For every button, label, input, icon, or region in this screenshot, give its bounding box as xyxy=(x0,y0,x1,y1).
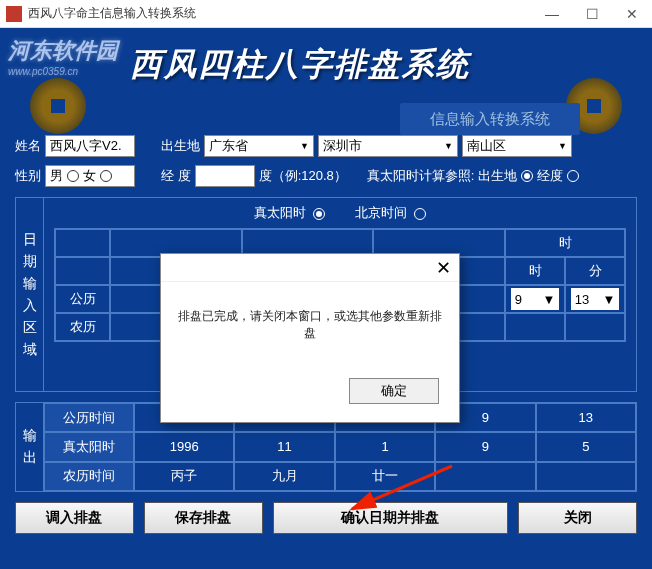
birthplace-label: 出生地 xyxy=(161,137,200,155)
maximize-button[interactable]: ☐ xyxy=(572,0,612,28)
city-select[interactable]: 深圳市▼ xyxy=(318,135,458,157)
save-chart-button[interactable]: 保存排盘 xyxy=(144,502,263,534)
longitude-label: 经 度 xyxy=(161,167,191,185)
true-solar-radio[interactable] xyxy=(313,208,325,220)
confirm-date-button[interactable]: 确认日期并排盘 xyxy=(273,502,509,534)
chevron-down-icon: ▼ xyxy=(444,141,453,151)
page-title: 西风四柱八字排盘系统 xyxy=(130,43,470,87)
dialog-close-icon[interactable]: ✕ xyxy=(436,257,451,279)
close-button[interactable]: 关闭 xyxy=(518,502,637,534)
name-label: 姓名 xyxy=(15,137,41,155)
gender-label: 性别 xyxy=(15,167,41,185)
date-input-area-label: 日期输入区域 xyxy=(16,198,44,391)
coin-decoration-left xyxy=(30,78,86,134)
gender-male-radio[interactable] xyxy=(67,170,79,182)
message-dialog: ✕ 排盘已完成，请关闭本窗口，或选其他参数重新排盘 确定 xyxy=(160,253,460,423)
ref-birthplace-radio[interactable] xyxy=(521,170,533,182)
beijing-time-radio[interactable] xyxy=(414,208,426,220)
chevron-down-icon: ▼ xyxy=(558,141,567,151)
ref-longitude-radio[interactable] xyxy=(567,170,579,182)
info-input-system-button[interactable]: 信息输入转换系统 xyxy=(400,103,580,135)
load-chart-button[interactable]: 调入排盘 xyxy=(15,502,134,534)
app-icon xyxy=(6,6,22,22)
minute-select[interactable]: 13▼ xyxy=(571,288,620,310)
dialog-ok-button[interactable]: 确定 xyxy=(349,378,439,404)
gender-female-radio[interactable] xyxy=(100,170,112,182)
suntime-ref-label: 真太阳时计算参照: xyxy=(367,167,475,185)
window-title: 西风八字命主信息输入转换系统 xyxy=(28,5,532,22)
output-label: 输出 xyxy=(16,403,44,491)
dialog-message: 排盘已完成，请关闭本窗口，或选其他参数重新排盘 xyxy=(161,282,459,368)
minimize-button[interactable]: — xyxy=(532,0,572,28)
district-select[interactable]: 南山区▼ xyxy=(462,135,572,157)
close-window-button[interactable]: ✕ xyxy=(612,0,652,28)
longitude-hint: 度（例:120.8） xyxy=(259,167,347,185)
chevron-down-icon: ▼ xyxy=(300,141,309,151)
name-input[interactable] xyxy=(45,135,135,157)
hour-select[interactable]: 9▼ xyxy=(511,288,560,310)
longitude-input[interactable] xyxy=(195,165,255,187)
province-select[interactable]: 广东省▼ xyxy=(204,135,314,157)
